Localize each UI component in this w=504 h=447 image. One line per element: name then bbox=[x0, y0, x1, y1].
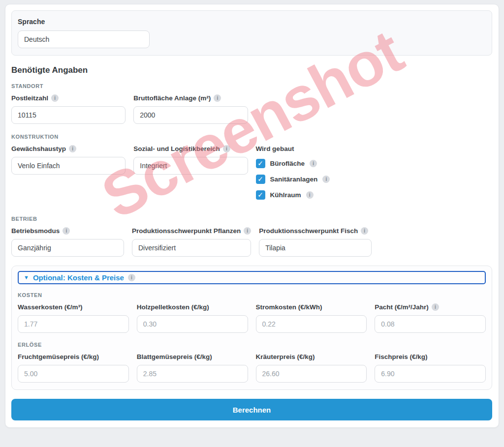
produktionsschwerpunkt-fisch-label: Produktionsschwerpunkt Fisch bbox=[259, 227, 358, 235]
wasserkosten-label: Wasserkosten (€/m³) bbox=[18, 303, 83, 311]
language-label: Sprache bbox=[18, 18, 486, 26]
betriebsmodus-select[interactable]: Ganzjährig bbox=[11, 239, 124, 257]
holzpelletkosten-field: Holzpelletkosten (€/kg) bbox=[137, 303, 248, 333]
optional-section-card: ▼ Optional: Kosten & Preise i KOSTEN Was… bbox=[11, 266, 492, 390]
betriebsmodus-field: Betriebsmodus i Ganzjährig bbox=[11, 227, 124, 257]
section-caption-standort: STANDORT bbox=[11, 83, 492, 89]
kuehlraum-checkbox[interactable] bbox=[256, 190, 265, 200]
fischpreis-label: Fischpreis (€/kg) bbox=[375, 353, 427, 360]
postleitzahl-label: Postleitzahl bbox=[11, 94, 48, 102]
kuehlraum-label: Kühlraum bbox=[270, 191, 301, 199]
language-card: Sprache Deutsch bbox=[11, 10, 492, 56]
sozial-logistik-info-icon[interactable]: i bbox=[223, 145, 230, 152]
kraeuterpreis-input[interactable] bbox=[256, 365, 367, 383]
sozial-logistik-select[interactable]: Integriert bbox=[133, 157, 248, 175]
postleitzahl-field: Postleitzahl i bbox=[11, 94, 126, 124]
fischpreis-field: Fischpreis (€/kg) bbox=[375, 353, 486, 383]
chevron-down-icon: ▼ bbox=[24, 275, 29, 280]
postleitzahl-info-icon[interactable]: i bbox=[51, 94, 59, 102]
pacht-info-icon[interactable]: i bbox=[432, 303, 439, 311]
section-caption-kosten: KOSTEN bbox=[18, 292, 486, 298]
section-standort: STANDORT Postleitzahl i Bruttofläche Anl… bbox=[11, 83, 492, 124]
gewaechshaustyp-field: Gewächshaustyp i Venlo Einfach bbox=[11, 145, 126, 206]
postleitzahl-input[interactable] bbox=[11, 106, 126, 124]
optional-title: Optional: Kosten & Preise bbox=[33, 273, 124, 282]
produktionsschwerpunkt-fisch-select[interactable]: Tilapia bbox=[259, 239, 372, 257]
checkbox-row-buroflaeche: Bürofläche i bbox=[256, 159, 370, 168]
bruttoflaeche-input[interactable] bbox=[133, 106, 248, 124]
betriebsmodus-info-icon[interactable]: i bbox=[63, 227, 70, 235]
produktionsschwerpunkt-pflanzen-field: Produktionsschwerpunkt Pflanzen i Divers… bbox=[132, 227, 251, 257]
section-caption-erloese: ERLÖSE bbox=[18, 342, 486, 348]
optional-toggle[interactable]: ▼ Optional: Kosten & Preise i bbox=[18, 271, 486, 284]
bruttoflaeche-info-icon[interactable]: i bbox=[214, 94, 221, 102]
sozial-logistik-field: Sozial- und Logistikbereich i Integriert bbox=[133, 145, 248, 206]
holzpelletkosten-label: Holzpelletkosten (€/kg) bbox=[137, 303, 209, 311]
pacht-input[interactable] bbox=[375, 315, 486, 333]
fruchtgemuesepreis-field: Fruchtgemüsepreis (€/kg) bbox=[18, 353, 129, 383]
buroflaeche-label: Bürofläche bbox=[270, 160, 305, 167]
produktionsschwerpunkt-fisch-field: Produktionsschwerpunkt Fisch i Tilapia bbox=[259, 227, 372, 257]
page-title: Benötigte Angaben bbox=[11, 65, 492, 75]
sanitaeranlagen-checkbox[interactable] bbox=[256, 175, 265, 184]
blattgemuesepreis-field: Blattgemüsepreis (€/kg) bbox=[137, 353, 248, 383]
kraeuterpreis-field: Kräuterpreis (€/kg) bbox=[256, 353, 367, 383]
bruttoflaeche-label: Bruttofläche Anlage (m²) bbox=[133, 94, 211, 102]
gewaechshaustyp-info-icon[interactable]: i bbox=[69, 145, 76, 152]
sanitaeranlagen-info-icon[interactable]: i bbox=[322, 176, 330, 183]
optional-info-icon[interactable]: i bbox=[128, 274, 135, 281]
kraeuterpreis-label: Kräuterpreis (€/kg) bbox=[256, 353, 315, 360]
gewaechshaustyp-label: Gewächshaustyp bbox=[11, 145, 66, 152]
bruttoflaeche-field: Bruttofläche Anlage (m²) i bbox=[133, 94, 248, 124]
pacht-label: Pacht (€/m²/Jahr) bbox=[375, 303, 429, 311]
stromkosten-label: Stromkosten (€/kWh) bbox=[256, 303, 322, 311]
checkbox-row-kuehlraum: Kühlraum i bbox=[256, 190, 370, 200]
section-konstruktion: KONSTRUKTION Gewächshaustyp i Venlo Einf… bbox=[11, 134, 492, 206]
wird-gebaut-label: Wird gebaut bbox=[256, 145, 294, 152]
language-select[interactable]: Deutsch bbox=[18, 30, 150, 48]
produktionsschwerpunkt-pflanzen-select[interactable]: Diversifiziert bbox=[132, 239, 251, 257]
buroflaeche-info-icon[interactable]: i bbox=[310, 160, 317, 167]
stromkosten-input[interactable] bbox=[256, 315, 367, 333]
fruchtgemuesepreis-input[interactable] bbox=[18, 365, 129, 383]
section-betrieb: BETRIEB Betriebsmodus i Ganzjährig Produ… bbox=[11, 216, 492, 257]
sanitaeranlagen-label: Sanitäranlagen bbox=[270, 176, 318, 183]
holzpelletkosten-input[interactable] bbox=[137, 315, 248, 333]
blattgemuesepreis-label: Blattgemüsepreis (€/kg) bbox=[137, 353, 212, 360]
produktionsschwerpunkt-fisch-info-icon[interactable]: i bbox=[361, 227, 368, 235]
fischpreis-input[interactable] bbox=[375, 365, 486, 383]
berechnen-button[interactable]: Berechnen bbox=[11, 399, 492, 420]
wird-gebaut-group: Wird gebaut Bürofläche i Sanitäranlagen … bbox=[256, 145, 370, 206]
sozial-logistik-label: Sozial- und Logistikbereich bbox=[133, 145, 220, 152]
produktionsschwerpunkt-pflanzen-label: Produktionsschwerpunkt Pflanzen bbox=[132, 227, 241, 235]
main-card: Sprache Deutsch Benötigte Angaben STANDO… bbox=[5, 4, 499, 428]
section-caption-betrieb: BETRIEB bbox=[11, 216, 492, 222]
betriebsmodus-label: Betriebsmodus bbox=[11, 227, 60, 235]
fruchtgemuesepreis-label: Fruchtgemüsepreis (€/kg) bbox=[18, 353, 99, 360]
section-caption-konstruktion: KONSTRUKTION bbox=[11, 134, 492, 140]
buroflaeche-checkbox[interactable] bbox=[256, 159, 265, 168]
kuehlraum-info-icon[interactable]: i bbox=[306, 191, 314, 199]
blattgemuesepreis-input[interactable] bbox=[137, 365, 248, 383]
wasserkosten-field: Wasserkosten (€/m³) bbox=[18, 303, 129, 333]
wasserkosten-input[interactable] bbox=[18, 315, 129, 333]
stromkosten-field: Stromkosten (€/kWh) bbox=[256, 303, 367, 333]
produktionsschwerpunkt-pflanzen-info-icon[interactable]: i bbox=[244, 227, 251, 235]
checkbox-row-sanitaeranlagen: Sanitäranlagen i bbox=[256, 175, 370, 184]
pacht-field: Pacht (€/m²/Jahr) i bbox=[375, 303, 486, 333]
gewaechshaustyp-select[interactable]: Venlo Einfach bbox=[11, 157, 126, 175]
